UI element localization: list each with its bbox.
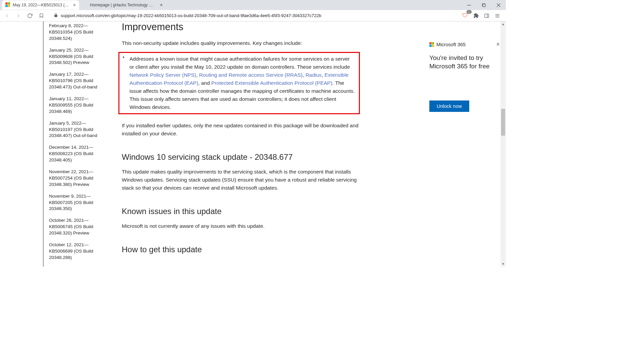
vertical-scrollbar[interactable]: ▲ ▼	[500, 21, 506, 267]
sidebar-item[interactable]: January 17, 2022—KB5010796 (OS Build 203…	[49, 71, 108, 90]
lock-icon	[54, 13, 58, 18]
close-window-button[interactable]	[491, 0, 506, 10]
heading-improvements: Improvements	[122, 21, 360, 32]
tab-0-close[interactable]: ×	[73, 2, 76, 8]
scroll-up-arrow[interactable]: ▲	[500, 21, 506, 27]
url-text: support.microsoft.com/en-gb/topic/may-19…	[61, 13, 321, 18]
ssu-text: This update makes quality improvements t…	[122, 168, 360, 192]
heading-known-issues: Known issues in this update	[122, 207, 360, 216]
sidebar-item[interactable]: November 22, 2021—KB5007254 (OS Build 20…	[49, 169, 108, 188]
promo-close-button[interactable]: ×	[496, 41, 500, 48]
sidebar-item[interactable]: September 27, 2021—KB5005619 (OS Build 2…	[49, 266, 108, 267]
back-button[interactable]	[2, 11, 12, 21]
sidebar-item[interactable]: February 8, 2022—KB5010354 (OS Build 203…	[49, 23, 108, 42]
tab-bar: May 19, 2022—KB5015013 (OS Bu × Homepage…	[0, 0, 506, 10]
svg-rect-5	[485, 14, 489, 17]
svg-rect-2	[483, 4, 485, 7]
known-issues-text: Microsoft is not currently aware of any …	[122, 222, 360, 230]
intro-text: This non-security update includes qualit…	[122, 39, 360, 47]
sidebar-nav: February 8, 2022—KB5010354 (OS Build 203…	[43, 21, 108, 267]
tab-0[interactable]: May 19, 2022—KB5015013 (OS Bu ×	[2, 0, 79, 10]
sidebar-item[interactable]: December 14, 2021—KB5008223 (OS Build 20…	[49, 144, 108, 163]
main-content: Improvements This non-security update in…	[108, 21, 373, 267]
link-peap[interactable]: Protected Extensible Authentication Prot…	[211, 80, 332, 86]
sidebar-item[interactable]: January 25, 2022—KB5009608 (OS Build 203…	[49, 47, 108, 66]
earlier-updates-text: If you installed earlier updates, only t…	[122, 122, 360, 138]
reload-button[interactable]	[25, 11, 35, 21]
bullet-item: Addresses a known issue that might cause…	[129, 55, 356, 111]
sidebar-item[interactable]: November 9, 2021—KB5007205 (OS Build 203…	[49, 193, 108, 212]
tab-1[interactable]: Homepage | gHacks Technology News	[79, 0, 156, 10]
sidebar-item[interactable]: October 26, 2021—KB5006745 (OS Build 203…	[49, 217, 108, 236]
minimize-button[interactable]	[462, 0, 476, 10]
link-rras[interactable]: Routing and Remote access Service (RRAS)	[199, 72, 303, 78]
forward-button[interactable]	[13, 11, 23, 21]
extensions-icon[interactable]	[471, 11, 481, 21]
scroll-down-arrow[interactable]: ▼	[500, 261, 506, 267]
browser-chrome: May 19, 2022—KB5015013 (OS Bu × Homepage…	[0, 0, 506, 21]
nav-bar: support.microsoft.com/en-gb/topic/may-19…	[0, 10, 506, 21]
page-body: February 8, 2022—KB5010354 (OS Build 203…	[0, 21, 506, 267]
menu-icon[interactable]	[492, 11, 502, 21]
scrollbar-thumb[interactable]	[501, 109, 505, 136]
ms-logo-icon	[429, 42, 434, 47]
heading-howto: How to get this update	[122, 245, 360, 254]
heading-ssu: Windows 10 servicing stack update - 2034…	[122, 152, 360, 162]
promo-brand: Microsoft 365	[429, 42, 466, 47]
promo-headline: You're invited to try Microsoft 365 for …	[429, 54, 500, 70]
brave-shield-icon[interactable]: 🛡21	[460, 11, 470, 21]
sidebar-item[interactable]: January 5, 2022—KB5010197 (OS Build 2034…	[49, 120, 108, 139]
bookmark-button[interactable]	[36, 11, 46, 21]
sidebar-item[interactable]: January 11, 2022—KB5009555 (OS Build 203…	[49, 96, 108, 115]
link-nps[interactable]: Network Policy Server (NPS)	[129, 72, 196, 78]
tab-0-title: May 19, 2022—KB5015013 (OS Bu	[13, 3, 71, 7]
promo-card: Microsoft 365 × You're invited to try Mi…	[429, 41, 500, 112]
url-bar[interactable]: support.microsoft.com/en-gb/topic/may-19…	[50, 11, 457, 20]
sidebar-toggle-icon[interactable]	[482, 11, 492, 21]
ms-favicon	[5, 2, 11, 8]
sidebar-item[interactable]: October 12, 2021—KB5006699 (OS Build 203…	[49, 242, 108, 261]
tab-1-title: Homepage | gHacks Technology News	[90, 3, 153, 7]
promo-cta-button[interactable]: Unlock now	[429, 100, 469, 112]
link-radius[interactable]: Radius	[306, 72, 322, 78]
window-controls	[462, 0, 506, 10]
highlight-annotation: Addresses a known issue that might cause…	[118, 52, 360, 114]
ghacks-favicon	[83, 2, 88, 8]
new-tab-button[interactable]: +	[156, 2, 166, 8]
maximize-button[interactable]	[476, 0, 491, 10]
